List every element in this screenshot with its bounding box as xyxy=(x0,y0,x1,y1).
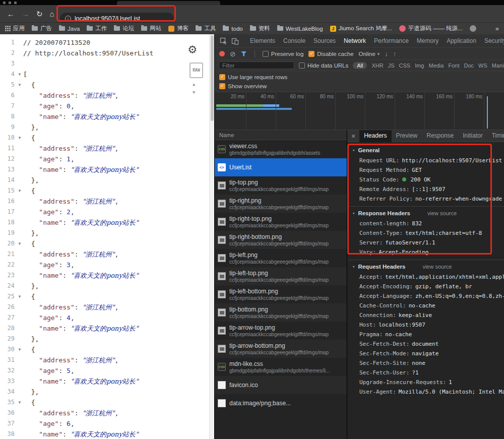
bookmark-item[interactable]: Java xyxy=(59,26,80,32)
bookmark-item[interactable] xyxy=(470,25,476,32)
filter-pill-doc[interactable]: Doc xyxy=(464,62,474,69)
collapse-toggle-icon[interactable]: ▼ xyxy=(16,80,23,90)
back-icon[interactable]: ← xyxy=(7,10,15,18)
view-source-link[interactable]: view source xyxy=(422,264,452,270)
bookmark-item[interactable]: 网站 xyxy=(141,25,161,32)
devtools-tab-performance[interactable]: Performance xyxy=(370,34,413,48)
details-tab-initiator[interactable]: Initiator xyxy=(458,130,487,142)
section-title-row[interactable]: ▾Response Headersview source xyxy=(347,208,504,219)
page-scrollbar[interactable] xyxy=(209,34,214,439)
filter-icon[interactable] xyxy=(241,51,247,56)
filter-pill-manifest[interactable]: Manifest xyxy=(492,62,504,69)
details-tab-response[interactable]: Response xyxy=(422,130,458,142)
details-tab-headers[interactable]: Headers xyxy=(359,130,391,142)
collapse-toggle-icon[interactable]: ▼ xyxy=(16,69,23,80)
large-rows-checkbox[interactable]: ✓ xyxy=(219,74,225,80)
network-request-row[interactable]: tip-top.pngccfjcepmiaackkccabgeeegeklgif… xyxy=(215,176,347,195)
request-name: tip-left-bottom.png xyxy=(229,288,344,295)
hide-data-urls-checkbox[interactable] xyxy=(299,62,305,69)
network-request-row[interactable]: <>UserList xyxy=(215,158,347,176)
record-icon[interactable] xyxy=(219,51,225,56)
network-request-row[interactable]: tip-left-top.pngccfjcepmiaackkccabgeeege… xyxy=(215,267,347,285)
filter-pill-media[interactable]: Media xyxy=(428,62,444,69)
section-title-row[interactable]: ▾General xyxy=(347,145,504,156)
network-request-row[interactable]: tip-right-top.pngccfjcepmiaackkccabgeeeg… xyxy=(215,213,347,231)
devtools-tab-memory[interactable]: Memory xyxy=(413,34,443,48)
filter-pill-img[interactable]: Img xyxy=(415,62,424,69)
filter-pill-all[interactable]: All xyxy=(353,62,367,69)
preserve-log-checkbox[interactable] xyxy=(263,51,269,57)
network-request-row[interactable]: tip-bottom.pngccfjcepmiaackkccabgeeegekl… xyxy=(215,303,347,322)
devtools-tab-sources[interactable]: Sources xyxy=(309,34,340,48)
close-icon[interactable]: × xyxy=(347,132,359,140)
bookmark-item[interactable]: 工作 xyxy=(87,25,107,32)
import-har-icon[interactable]: ↓ xyxy=(385,50,388,57)
filter-pill-css[interactable]: CSS xyxy=(399,62,411,69)
devtools-tab-console[interactable]: Console xyxy=(279,34,309,48)
network-request-row[interactable]: tip-arrow-top.pngccfjcepmiaackkccabgeeeg… xyxy=(215,322,347,340)
header-name: Pragma: xyxy=(359,331,383,338)
collapse-toggle-icon[interactable]: ▼ xyxy=(16,133,23,143)
network-request-row[interactable]: tip-arrow-bottom.pngccfjcepmiaackkccabge… xyxy=(215,340,347,358)
bookmark-item[interactable]: JJiumo Search 鸠摩... xyxy=(330,25,392,32)
device-toolbar-icon[interactable] xyxy=(231,37,239,45)
inspect-element-icon[interactable] xyxy=(220,37,227,45)
filter-pill-js[interactable]: JS xyxy=(388,62,395,69)
view-source-link[interactable]: view source xyxy=(427,210,457,216)
details-tab-preview[interactable]: Preview xyxy=(392,130,422,142)
chevron-down-icon[interactable]: ▼ xyxy=(193,90,195,95)
filter-pill-xhr[interactable]: XHR xyxy=(371,62,383,69)
bookmark-item[interactable]: WestLakeBlog xyxy=(277,26,323,32)
bookmark-item[interactable]: 资料 xyxy=(250,25,270,32)
home-icon[interactable]: ⌂ xyxy=(50,10,54,18)
forward-icon[interactable]: → xyxy=(22,10,29,18)
devtools-tab-network[interactable]: Network xyxy=(340,34,370,48)
network-request-row[interactable]: favicon.ico xyxy=(215,376,347,394)
details-tab-timing[interactable]: Timing xyxy=(487,130,504,142)
collapse-toggle-icon[interactable]: ▼ xyxy=(16,397,23,408)
bookmark-label: 论坛 xyxy=(122,25,134,32)
network-overview[interactable]: 20 ms40 ms60 ms80 ms100 ms120 ms140 ms16… xyxy=(215,92,504,130)
collapse-toggle-icon[interactable]: ▼ xyxy=(16,291,23,302)
clear-icon[interactable]: ⊘ xyxy=(230,50,236,57)
devtools-tab-elements[interactable]: Elements xyxy=(246,34,279,48)
devtools-tab-security[interactable]: Security xyxy=(480,34,504,48)
network-request-row[interactable]: CSSviewer.cssgbmdgpbipfallnflgajpaliibnh… xyxy=(215,140,347,158)
bookmark-item[interactable]: todo xyxy=(223,26,242,32)
filter-input[interactable] xyxy=(219,61,294,69)
throttling-select[interactable]: Online ▾ xyxy=(359,51,380,57)
bookmarks-overflow-icon[interactable]: » xyxy=(495,25,499,32)
header-line: Request URL:http://localhost:9507/UserLi… xyxy=(347,156,504,165)
collapse-toggle-icon[interactable]: ▼ xyxy=(16,344,23,355)
bookmark-item[interactable]: 博客 xyxy=(168,25,188,32)
column-header-name[interactable]: Name xyxy=(215,130,347,140)
collapse-toggle-icon[interactable]: ▼ xyxy=(16,238,23,249)
info-icon[interactable]: i xyxy=(65,16,71,22)
browser-tab[interactable] xyxy=(117,1,220,5)
settings-gear-icon[interactable]: ⚙ xyxy=(188,42,197,55)
bookmark-item[interactable]: 芋道源码 —— 纯源... xyxy=(399,25,463,32)
disable-cache-checkbox[interactable]: ✓ xyxy=(308,51,314,57)
section-title-row[interactable]: ▾Request Headersview source xyxy=(347,261,504,272)
collapse-toggle-icon[interactable]: ▼ xyxy=(16,185,23,196)
header-line: Connection:keep-alive xyxy=(347,310,504,320)
raw-button[interactable]: RAW xyxy=(190,62,203,78)
bookmark-item[interactable]: 广告 xyxy=(32,25,52,32)
chevron-up-icon[interactable]: ▲ xyxy=(193,82,195,87)
network-request-row[interactable]: tip-right.pngccfjcepmiaackkccabgeeegeklg… xyxy=(215,195,347,213)
devtools-tab-application[interactable]: Application xyxy=(443,34,480,48)
filter-pill-font[interactable]: Font xyxy=(448,62,459,69)
export-har-icon[interactable]: ↑ xyxy=(393,50,397,57)
show-overview-checkbox[interactable]: ✓ xyxy=(219,83,225,89)
bookmark-item[interactable]: 论坛 xyxy=(114,25,134,32)
network-request-row[interactable]: data:image/png;base... xyxy=(215,394,347,412)
network-request-row[interactable]: tip-right-bottom.pngccfjcepmiaackkccabge… xyxy=(215,231,347,249)
bookmark-item[interactable]: 应用 xyxy=(5,25,25,32)
network-request-row[interactable]: tip-left.pngccfjcepmiaackkccabgeeegeklgi… xyxy=(215,249,347,267)
network-request-row[interactable]: CSSmdn-like.cssgbmdgpbipfallnflgajpaliib… xyxy=(215,358,347,376)
scrollbar-thumb[interactable] xyxy=(211,35,214,121)
reload-icon[interactable]: ↻ xyxy=(36,10,43,18)
filter-pill-ws[interactable]: WS xyxy=(478,62,487,69)
bookmark-item[interactable]: 工具 xyxy=(196,25,216,32)
network-request-row[interactable]: tip-left-bottom.pngccfjcepmiaackkccabgee… xyxy=(215,285,347,303)
